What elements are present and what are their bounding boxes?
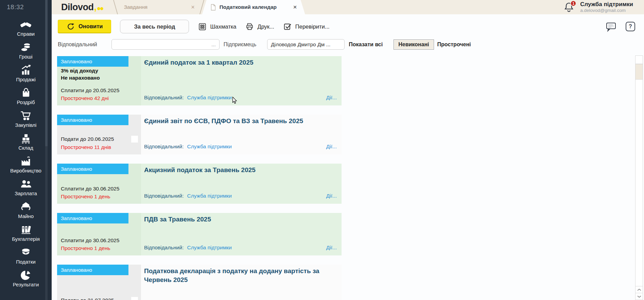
spacer [57,81,141,85]
print-button[interactable]: Друк... [245,22,274,31]
sidebar-item-label: Склад [18,145,33,151]
tab-label: Податковий календар [220,4,277,10]
sidebar-item-label: Роздріб [17,99,35,105]
sidebar-item-label: Податки [16,259,35,265]
sidebar-item-podatky[interactable]: Податки [0,246,52,265]
logo-comma: , [94,2,97,13]
entrepreneur-filter-label: Підприємець [224,41,256,48]
responsible-label: Відповідальний: [144,245,184,251]
notification-badge: 1 [570,0,576,6]
responsible-label: Відповідальний: [144,144,184,150]
period-button[interactable]: За весь період [120,20,189,33]
sidebar-item-label: Бухгалтерія [12,236,40,242]
verify-button[interactable]: Перевірити... [283,22,330,31]
task-list: Заплановано 3% від доходу Не нараховано … [52,50,644,300]
responsible-row: Відповідальний: Служба підтримки Дії... [144,193,337,199]
tab-zavdannia[interactable]: Завдання × [116,0,202,14]
task-card: Заплановано 3% від доходу Не нараховано … [57,56,342,105]
tab-label: Завдання [124,4,147,10]
clock: 18:32 [0,0,52,11]
task-card-body: Акцизний податок за Травень 2025 Відпові… [141,164,342,204]
ellipsis-icon[interactable]: ... [211,41,216,48]
coins-icon [20,41,32,53]
print-label: Друк... [257,23,274,30]
task-card-body: ПДВ за Травень 2025 Відповідальний: Служ… [141,213,342,255]
chevron-up-icon [637,288,642,291]
sidebar-item-label: Результати [13,282,39,287]
due-checkbox[interactable] [131,136,138,143]
filter-bar: Відповідальний ... Підприємець Діловодов… [52,33,644,50]
actions-link[interactable]: Дії... [326,95,337,101]
help-button[interactable]: ? [626,22,635,31]
overdue-filter-button[interactable]: Прострочені [437,41,471,48]
sidebar: 18:32 Справи Гроші Продажі Роздріб Закуп… [0,0,52,300]
scroll-up-button[interactable] [636,286,643,293]
actions-link[interactable]: Дії... [326,245,337,251]
shopping-bag-icon [20,87,32,99]
close-icon[interactable]: × [293,3,297,11]
sidebar-item-bukhhalteriia[interactable]: Бухгалтерія [0,223,52,242]
sidebar-item-sklad[interactable]: Склад [0,132,52,151]
actions-link[interactable]: Дії... [326,193,337,199]
sidebar-scrollbar-thumb[interactable] [45,0,48,146]
top-bar: Dilovod,●● Завдання × Податковий календа… [52,0,644,14]
user-email: a.delovod@gmail.com [580,8,633,13]
status-badge: Заплановано [57,56,128,67]
responsible-link[interactable]: Служба підтримки [187,144,232,150]
document-icon [210,4,216,11]
sidebar-item-maino[interactable]: Майно [0,201,52,219]
topbar-right: 1 Служба підтримки a.delovod@gmail.com [563,0,644,14]
tab-podatkovyi-kalendar[interactable]: Податковий календар × [202,0,305,14]
spacer [57,275,141,295]
entrepreneur-filter-value: Діловодов Дмитро Дм ... [271,41,330,48]
people-icon [20,178,32,190]
task-card: Заплановано Подати до 21.07.2025 Залишил… [57,265,342,300]
chess-view-button[interactable]: Шахматка [198,22,236,31]
responsible-label: Відповідальний: [144,193,184,199]
responsible-row: Відповідальний: Служба підтримки Дії... [144,95,337,101]
task-card-body: Єдиний звіт по ЄСВ, ПДФО та ВЗ за Травен… [141,115,342,154]
scroll-down-button[interactable] [636,293,643,300]
task-title: ПДВ за Травень 2025 [144,215,337,224]
logo-dots: ●● [97,2,103,12]
handshake-icon [20,18,32,31]
actions-link[interactable]: Дії... [326,144,337,150]
sidebar-item-vyrobnytstvo[interactable]: Виробництво [0,155,52,173]
scrollbar-thumb[interactable] [636,64,643,80]
sidebar-item-rezultaty[interactable]: Результати [0,269,52,287]
responsible-link[interactable]: Служба підтримки [187,95,232,101]
deadline-status: Прострочено 11 днів [61,144,141,150]
app-window: 18:32 Справи Гроші Продажі Роздріб Закуп… [0,0,644,300]
sidebar-item-label: Виробництво [10,168,41,173]
close-icon[interactable]: × [191,4,195,11]
sidebar-item-zarplata[interactable]: Зарплата [0,178,52,196]
due-checkbox[interactable] [131,297,138,300]
comments-button[interactable] [605,21,617,32]
chess-view-label: Шахматка [210,23,236,30]
refresh-button[interactable]: Оновити [58,20,111,33]
show-all-button[interactable]: Показати всі [349,41,383,48]
notifications-button[interactable]: 1 [563,1,575,13]
help-icon: ? [629,23,632,30]
sidebar-item-zakupivli[interactable]: Закупівлі [0,110,52,128]
responsible-link[interactable]: Служба підтримки [187,193,232,199]
responsible-link[interactable]: Служба підтримки [187,245,232,251]
responsible-label: Відповідальний: [144,95,184,101]
sidebar-item-rozdrib[interactable]: Роздріб [0,87,52,105]
status-badge: Заплановано [57,213,128,223]
scrollbar-top-button[interactable] [636,56,643,64]
user-name: Служба підтримки [580,1,633,8]
task-card: Заплановано Подати до 20.06.2025 Простро… [57,115,342,154]
sidebar-item-spravy[interactable]: Справи [0,18,52,37]
responsible-filter-input[interactable]: ... [111,39,220,50]
sidebar-item-label: Зарплата [15,190,37,196]
responsible-row: Відповідальний: Служба підтримки Дії... [144,144,337,150]
user-menu[interactable]: Служба підтримки a.delovod@gmail.com [580,1,633,14]
sidebar-item-label: Справи [17,31,35,37]
task-title: Єдиний звіт по ЄСВ, ПДФО та ВЗ за Травен… [144,117,337,126]
not-done-toggle[interactable]: Невиконані [394,39,434,50]
sidebar-item-prodazhi[interactable]: Продажі [0,64,52,82]
entrepreneur-filter-input[interactable]: Діловодов Дмитро Дм ... [267,39,345,50]
task-card-left: Заплановано Сплатити до 30.06.2025 Прост… [57,213,141,255]
sidebar-item-hroshi[interactable]: Гроші [0,41,52,60]
